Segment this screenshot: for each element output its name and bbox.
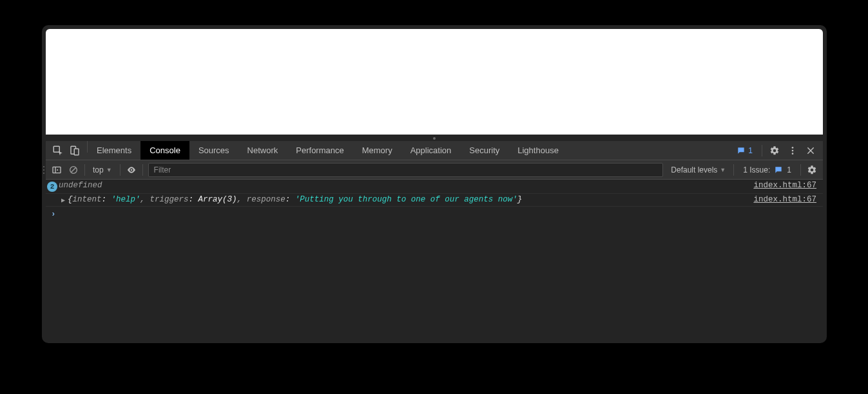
device-toolbar-icon[interactable] [69, 145, 81, 156]
svg-point-3 [792, 147, 794, 149]
tabbar-left-icons [46, 141, 87, 160]
tabs-list: Elements Console Sources Network Perform… [88, 141, 568, 160]
prompt-caret-icon: › [46, 210, 60, 219]
clear-console-icon[interactable] [68, 164, 79, 176]
divider [762, 145, 762, 156]
issues-count: 1 [787, 165, 791, 174]
levels-label: Default levels [671, 165, 717, 174]
divider [800, 164, 801, 176]
brace-close: } [517, 195, 523, 204]
issues-indicator[interactable]: 1 Issue: 1 [739, 165, 795, 174]
chevron-down-icon: ▼ [720, 167, 726, 173]
svg-point-4 [792, 149, 794, 151]
console-settings-icon[interactable] [806, 164, 818, 176]
messages-badge[interactable]: 1 [734, 146, 755, 155]
console-toolbar: top ▼ Default levels ▼ 1 Issue: 1 [46, 160, 823, 180]
tab-console[interactable]: Console [140, 141, 189, 160]
object-key: response [247, 195, 285, 204]
tab-lighthouse[interactable]: Lighthouse [508, 141, 568, 160]
expand-object-icon[interactable]: ▶ [61, 196, 65, 204]
issues-label: 1 Issue: [743, 165, 770, 174]
brace-open: { [68, 195, 73, 204]
object-value: 'Putting you through to one of our agent… [295, 195, 517, 204]
tab-application[interactable]: Application [401, 141, 461, 160]
close-devtools-icon[interactable] [805, 145, 816, 156]
settings-icon[interactable] [769, 145, 780, 156]
context-label: top [93, 165, 104, 174]
inspect-element-icon[interactable] [52, 145, 64, 156]
tab-elements[interactable]: Elements [88, 141, 140, 160]
message-icon [774, 165, 783, 174]
object-value: Array(3) [198, 195, 237, 204]
divider [142, 164, 143, 176]
tab-security[interactable]: Security [460, 141, 508, 160]
console-message-row[interactable]: 2 undefined index.html:67 [46, 180, 823, 194]
console-prompt[interactable]: › [46, 207, 823, 220]
toggle-console-sidebar-icon[interactable] [51, 164, 63, 176]
object-key: intent [73, 195, 102, 204]
divider [120, 164, 121, 176]
object-value: 'help' [111, 195, 140, 204]
svg-rect-2 [74, 149, 79, 155]
tab-sources[interactable]: Sources [189, 141, 238, 160]
tab-network[interactable]: Network [238, 141, 287, 160]
devtools-tabbar: Elements Console Sources Network Perform… [46, 141, 823, 160]
log-levels-selector[interactable]: Default levels ▼ [668, 165, 728, 174]
live-expression-icon[interactable] [126, 164, 137, 176]
repeat-count-badge: 2 [47, 182, 57, 192]
tab-performance[interactable]: Performance [287, 141, 352, 160]
devtools-window: Elements Console Sources Network Perform… [42, 25, 827, 343]
messages-badge-count: 1 [748, 146, 753, 155]
tabbar-right-icons: 1 [728, 141, 823, 160]
tab-memory[interactable]: Memory [353, 141, 401, 160]
divider [84, 164, 85, 176]
console-output: 2 undefined index.html:67 ▶ { intent: 'h… [46, 180, 823, 339]
object-key: triggers [150, 195, 189, 204]
pane-resize-handle[interactable] [433, 137, 436, 140]
console-filter-input[interactable] [148, 163, 664, 177]
divider [733, 164, 734, 176]
console-message-row[interactable]: ▶ { intent: 'help', triggers: Array(3), … [46, 194, 823, 207]
more-options-icon[interactable] [787, 145, 798, 156]
chevron-down-icon: ▼ [106, 167, 112, 173]
svg-point-5 [792, 153, 794, 155]
execution-context-selector[interactable]: top ▼ [90, 165, 115, 174]
console-message-text: undefined [59, 181, 102, 190]
page-viewport [46, 29, 823, 135]
source-link[interactable]: index.html:67 [747, 181, 823, 190]
source-link[interactable]: index.html:67 [747, 195, 823, 204]
